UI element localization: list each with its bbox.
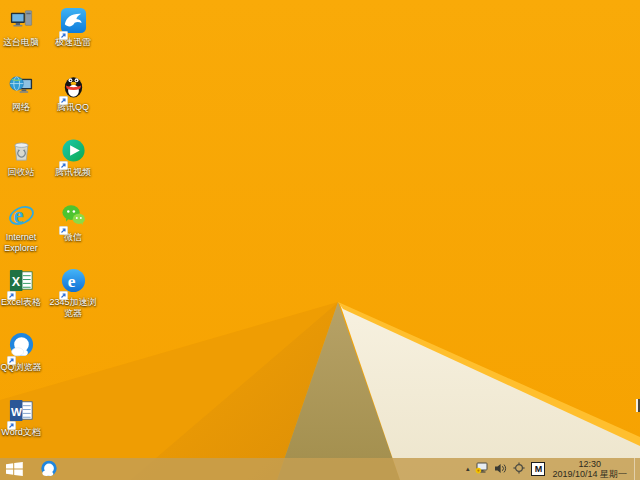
network-icon <box>8 72 35 99</box>
shortcut-arrow-icon <box>59 91 68 100</box>
volume-icon[interactable] <box>494 460 507 478</box>
clock-date: 2019/10/14 星期一 <box>552 469 627 479</box>
icon-label: 2345加速浏览器 <box>46 297 100 319</box>
desktop-icon-tencent-video[interactable]: 腾讯视频 <box>41 137 105 178</box>
desktop-screen: 这台电脑 网络 回收站 e Int <box>0 0 640 480</box>
shortcut-arrow-icon <box>59 221 68 230</box>
svg-text:e: e <box>67 272 75 291</box>
shortcut-arrow-icon <box>7 286 16 295</box>
desktop-icon-qq-browser[interactable]: QQ浏览器 <box>0 332 53 373</box>
recycle-bin-icon <box>8 137 35 164</box>
desktop-icon-2345-browser[interactable]: e 2345加速浏览器 <box>41 267 105 319</box>
shortcut-arrow-icon <box>7 351 16 360</box>
windows-logo-icon <box>6 462 23 476</box>
desktop-icon-xunlei[interactable]: 极速迅雷 <box>41 7 105 48</box>
qq-browser-icon <box>40 460 58 478</box>
taskbar-pinned-qq-browser[interactable] <box>40 460 58 478</box>
icon-label: 微信 <box>46 232 100 243</box>
clock-time: 12:30 <box>552 459 627 469</box>
desktop-icon-tencent-qq[interactable]: 腾讯QQ <box>41 72 105 113</box>
show-hidden-icons-button[interactable]: ▴ <box>466 458 470 480</box>
start-button[interactable] <box>6 462 28 476</box>
shortcut-arrow-icon <box>7 416 16 425</box>
screen-edge-artifact <box>636 399 640 412</box>
shortcut-arrow-icon <box>59 26 68 35</box>
icon-label: 腾讯视频 <box>46 167 100 178</box>
desktop-icon-word[interactable]: W Word文档 <box>0 397 53 438</box>
show-desktop-button[interactable] <box>634 458 640 480</box>
system-tray: ▴ <box>466 458 640 480</box>
taskbar: ▴ <box>0 458 640 480</box>
tray-target-icon[interactable] <box>513 460 525 478</box>
internet-explorer-icon: e <box>8 202 35 229</box>
device-status-icon[interactable] <box>475 460 488 478</box>
shortcut-arrow-icon <box>59 156 68 165</box>
icon-label: 腾讯QQ <box>46 102 100 113</box>
shortcut-arrow-icon <box>59 286 68 295</box>
icon-label: 极速迅雷 <box>46 37 100 48</box>
this-pc-icon <box>8 7 35 34</box>
taskbar-clock[interactable]: 12:30 2019/10/14 星期一 <box>551 459 628 479</box>
desktop-icon-wechat[interactable]: 微信 <box>41 202 105 243</box>
input-method-indicator[interactable]: M <box>531 462 545 476</box>
